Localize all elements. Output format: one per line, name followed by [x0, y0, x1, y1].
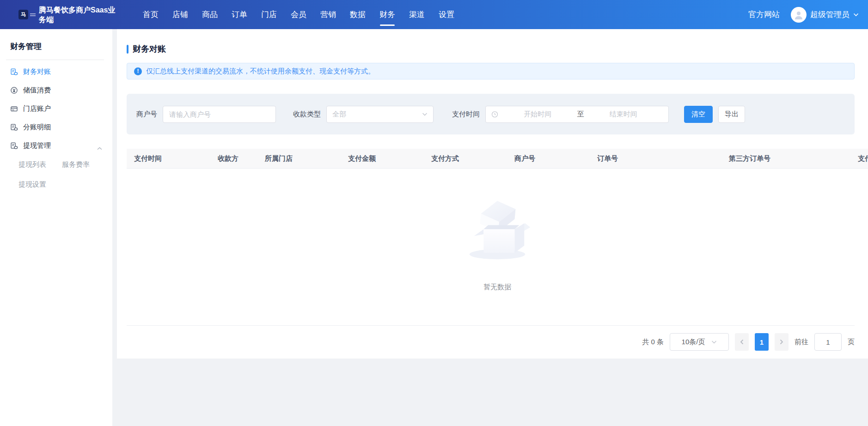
start-time-placeholder: 开始时间 — [498, 110, 577, 119]
payment-type-value: 全部 — [332, 110, 422, 119]
sidebar-title: 财务管理 — [10, 41, 112, 52]
coins-icon — [10, 68, 18, 76]
sidebar-item-label: 门店账户 — [23, 104, 51, 113]
payment-type-select[interactable]: 全部 — [326, 106, 434, 123]
sidebar-item-label: 储值消费 — [23, 86, 51, 95]
page-size-select[interactable]: 10条/页 — [670, 333, 729, 351]
chevron-down-icon — [853, 13, 859, 17]
goto-label: 前往 — [795, 338, 808, 347]
sidebar-menu: 财务对账 储值消费 门店账户 — [0, 62, 112, 195]
table-header-row: 支付时间 收款方 所属门店 支付金额 支付方式 商户号 订单号 第三方订单号 支… — [127, 149, 868, 169]
merchant-id-input[interactable] — [163, 106, 276, 123]
coins-icon — [10, 142, 18, 150]
merchant-id-label: 商户号 — [136, 110, 157, 119]
chevron-down-icon — [711, 341, 717, 344]
chevron-left-icon — [740, 339, 744, 345]
brand: 马 腾马餐饮多商户Saas业务端 — [18, 5, 129, 24]
clock-icon — [491, 111, 498, 118]
chevron-right-icon — [780, 339, 783, 345]
prev-page-button[interactable] — [735, 333, 749, 351]
nav-item-orders[interactable]: 订单 — [225, 0, 254, 29]
sidebar-item-store-account[interactable]: 门店账户 — [0, 99, 112, 118]
chevron-down-icon — [422, 113, 428, 116]
avatar — [791, 7, 807, 23]
page-number-1[interactable]: 1 — [755, 333, 769, 351]
top-navbar: 马 腾马餐饮多商户Saas业务端 首页 店铺 商品 订单 门店 会员 营销 数据… — [0, 0, 868, 29]
withdraw-submenu-row: 提现设置 — [0, 175, 112, 195]
sidebar-subitem-withdraw-list[interactable]: 提现列表 — [18, 160, 46, 169]
next-page-button[interactable] — [775, 333, 789, 351]
nav-item-channels[interactable]: 渠道 — [402, 0, 432, 29]
sidebar-item-label: 财务对账 — [23, 67, 51, 76]
nav-item-settings[interactable]: 设置 — [432, 0, 461, 29]
export-button[interactable]: 导出 — [718, 106, 745, 123]
payment-time-label: 支付时间 — [452, 110, 480, 119]
empty-box-illustration — [461, 195, 534, 264]
column-header: 订单号 — [590, 154, 721, 163]
sidebar-item-split-detail[interactable]: 分账明细 — [0, 118, 112, 136]
sidebar-subitem-withdraw-settings[interactable]: 提现设置 — [18, 180, 46, 189]
column-header: 支付时间 — [127, 154, 210, 163]
official-site-link[interactable]: 官方网站 — [748, 9, 780, 20]
withdraw-submenu-row: 提现列表 服务费率 — [0, 155, 112, 175]
user-name: 超级管理员 — [810, 9, 850, 20]
filter-panel: 商户号 收款类型 全部 支付时间 开始时间 至 结束时间 清空 导出 — [127, 94, 855, 134]
empty-text: 暂无数据 — [483, 283, 511, 292]
page-title-row: 财务对账 — [127, 43, 868, 55]
payment-time-range-picker[interactable]: 开始时间 至 结束时间 — [485, 106, 669, 123]
nav-item-members[interactable]: 会员 — [284, 0, 313, 29]
column-header: 支付 — [850, 154, 868, 163]
sidebar-item-label: 提现管理 — [23, 141, 51, 150]
user-icon — [794, 10, 804, 20]
navbar-right: 官方网站 超级管理员 — [748, 7, 868, 23]
sidebar-item-withdraw[interactable]: 提现管理 — [0, 136, 112, 155]
range-separator: 至 — [577, 110, 584, 119]
page-title: 财务对账 — [133, 43, 166, 55]
sidebar-item-reconciliation[interactable]: 财务对账 — [0, 62, 112, 81]
clear-button[interactable]: 清空 — [684, 106, 713, 123]
nav-item-finance[interactable]: 财务 — [373, 0, 402, 29]
sidebar-subitem-service-rate[interactable]: 服务费率 — [62, 160, 90, 169]
reconciliation-table: 支付时间 收款方 所属门店 支付金额 支付方式 商户号 订单号 第三方订单号 支… — [127, 149, 868, 325]
logo-micro-text — [30, 12, 36, 17]
coins-icon — [10, 123, 18, 131]
main-content: 财务对账 ! 仅汇总线上支付渠道的交易流水，不统计使用余额支付、现金支付等方式。… — [117, 29, 868, 359]
yen-circle-icon — [10, 86, 18, 94]
column-header: 支付方式 — [424, 154, 507, 163]
goto-page-input[interactable] — [814, 333, 842, 351]
nav-item-marketing[interactable]: 营销 — [313, 0, 343, 29]
column-header: 第三方订单号 — [721, 154, 850, 163]
page-unit-label: 页 — [848, 338, 855, 347]
app-title: 腾马餐饮多商户Saas业务端 — [39, 5, 121, 24]
end-time-placeholder: 结束时间 — [584, 110, 663, 119]
title-accent-bar — [127, 45, 128, 54]
column-header: 收款方 — [210, 154, 257, 163]
alert-text: 仅汇总线上支付渠道的交易流水，不统计使用余额支付、现金支付等方式。 — [146, 67, 375, 76]
app-logo-icon: 马 — [18, 10, 28, 19]
sidebar-item-label: 分账明细 — [23, 123, 51, 132]
pagination: 共 0 条 10条/页 1 前往 页 — [117, 326, 868, 358]
nav-item-home[interactable]: 首页 — [136, 0, 165, 29]
page-size-value: 10条/页 — [682, 338, 705, 347]
chevron-up-icon — [97, 144, 102, 152]
payment-type-label: 收款类型 — [293, 110, 321, 119]
empty-state: 暂无数据 — [127, 169, 868, 325]
nav-item-data[interactable]: 数据 — [343, 0, 373, 29]
sidebar: 财务管理 财务对账 储值消费 — [0, 29, 112, 426]
column-header: 支付金额 — [341, 154, 424, 163]
total-count: 共 0 条 — [642, 338, 664, 347]
info-circle-icon: ! — [134, 67, 142, 75]
nav-item-stores[interactable]: 门店 — [254, 0, 284, 29]
sidebar-item-stored-value[interactable]: 储值消费 — [0, 81, 112, 99]
info-alert: ! 仅汇总线上支付渠道的交易流水，不统计使用余额支付、现金支付等方式。 — [127, 63, 855, 79]
main-nav: 首页 店铺 商品 订单 门店 会员 营销 数据 财务 渠道 设置 — [136, 0, 461, 29]
card-icon — [10, 105, 18, 113]
column-header: 商户号 — [507, 154, 590, 163]
nav-item-shop[interactable]: 店铺 — [165, 0, 195, 29]
nav-item-goods[interactable]: 商品 — [195, 0, 225, 29]
sidebar-divider — [6, 60, 104, 60]
column-header: 所属门店 — [257, 154, 341, 163]
user-menu[interactable]: 超级管理员 — [791, 7, 859, 23]
